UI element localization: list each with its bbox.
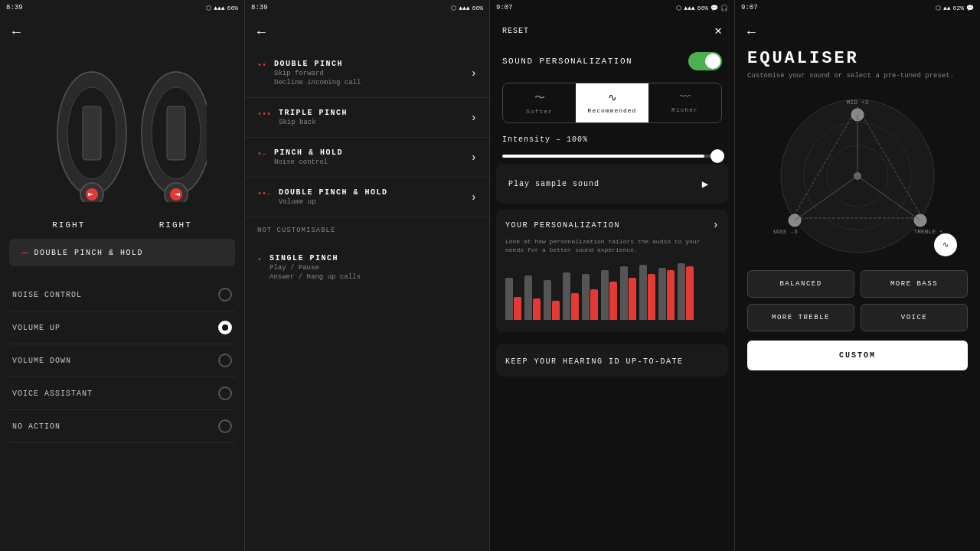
earbuds-image-p1 — [0, 49, 244, 217]
bar-red-5 — [590, 289, 598, 320]
slider-thumb[interactable] — [710, 149, 724, 163]
option-volume-up[interactable]: VOLUME UP — [9, 311, 235, 344]
gesture-double-pinch-hold[interactable]: ••– DOUBLE PINCH & HOLD Volume up › — [245, 178, 489, 217]
bar-gray-5 — [582, 274, 590, 320]
panel-gesture-options: 8:39 ⬡ ▲▲▲ 66% ← — [0, 0, 245, 551]
option-label-vol-down: VOLUME DOWN — [12, 357, 71, 365]
sound-personalization-row: SOUND PERSONALIZATION — [490, 46, 734, 77]
bar-gray-8 — [639, 265, 647, 320]
bars-chart — [505, 262, 719, 323]
svg-text:TREBLE +3: TREBLE +3 — [913, 228, 942, 235]
status-bar-p2: 8:39 ⬡ ▲▲▲ 66% — [245, 0, 489, 15]
reset-button[interactable]: RESET — [502, 27, 529, 35]
gesture-single-pinch: • SINGLE PINCH Play / Pause Answer / Han… — [245, 243, 489, 292]
radio-voice[interactable] — [218, 386, 232, 400]
gesture-name-dph: DOUBLE PINCH & HOLD — [279, 188, 388, 197]
option-label-noise: NOISE CONTROL — [12, 291, 82, 299]
keep-hearing-card: KEEP YOUR HEARING ID UP-TO-DATE — [496, 344, 728, 377]
gesture-name-triple: TRIPLE PINCH — [279, 109, 348, 117]
bar-group-6 — [601, 270, 617, 320]
option-no-action[interactable]: NO ACTION — [9, 410, 235, 443]
gesture-double-pinch[interactable]: •• DOUBLE PINCH Skip forward Decline inc… — [245, 49, 489, 98]
status-icons-p3: ⬡ ▲▲▲ 66% 💬 🎧 — [676, 5, 728, 11]
gesture-left-pinch-hold: •– PINCH & HOLD Noise control — [257, 148, 343, 166]
sound-toggle[interactable] — [688, 52, 722, 70]
bar-gray-10 — [678, 263, 685, 320]
close-button[interactable]: ✕ — [714, 23, 722, 38]
tab-softer-label: Softer — [526, 108, 553, 115]
tab-recommended[interactable]: ∿ Recommended — [576, 83, 648, 122]
option-voice-assistant[interactable]: VOICE ASSISTANT — [9, 377, 235, 410]
status-icons-p1: ⬡ ▲▲▲ 66% — [206, 5, 238, 11]
panel-sound-personalization: 9:07 ⬡ ▲▲▲ 66% 💬 🎧 RESET ✕ SOUND PERSONA… — [490, 0, 735, 551]
option-noise-control[interactable]: NOISE CONTROL — [9, 279, 235, 311]
bar-group-1 — [505, 278, 521, 320]
gesture-action-pinch-hold: Noise control — [274, 158, 343, 166]
panel2-header: ← — [245, 15, 489, 49]
right-label-2: RIGHT — [159, 217, 192, 233]
bar-group-7 — [620, 266, 636, 320]
play-sample-label: Play sample sound — [508, 180, 599, 188]
gesture-action-double-2: Decline incoming call — [274, 79, 361, 86]
status-bar-p3: 9:07 ⬡ ▲▲▲ 66% 💬 🎧 — [490, 0, 734, 15]
bar-red-4 — [571, 293, 579, 320]
gesture-info-triple: TRIPLE PINCH Skip back — [279, 109, 348, 126]
gesture-pinch-hold[interactable]: •– PINCH & HOLD Noise control › — [245, 138, 489, 178]
tab-richer-label: Richer — [671, 106, 698, 113]
personalization-card[interactable]: YOUR PERSONALIZATION › Look at how perso… — [496, 210, 728, 332]
triple-pinch-dots: ••• — [257, 110, 271, 119]
chevron-triple: › — [471, 112, 477, 124]
single-pinch-dot: • — [257, 256, 262, 264]
eq-preset-buttons: BALANCED MORE BASS MORE TREBLE VOICE — [735, 264, 980, 337]
bar-group-3 — [544, 280, 560, 320]
option-label-voice: VOICE ASSISTANT — [12, 390, 93, 398]
gesture-action-single-2: Answer / Hang up calls — [270, 273, 361, 281]
preset-custom[interactable]: CUSTOM — [747, 341, 968, 370]
preset-more-bass[interactable]: MORE BASS — [861, 270, 968, 298]
richer-wave-icon: 〰 — [680, 91, 691, 103]
play-button[interactable]: ▶ — [694, 173, 716, 194]
radio-volume-up[interactable] — [218, 321, 232, 334]
gesture-name-pinch-hold: PINCH & HOLD — [274, 148, 343, 157]
tab-richer[interactable]: 〰 Richer — [648, 83, 721, 122]
bluetooth-icon: ⬡ — [206, 5, 211, 11]
gesture-triple-pinch[interactable]: ••• TRIPLE PINCH Skip back › — [245, 98, 489, 138]
intensity-label: Intensity – 100% — [502, 135, 722, 144]
preset-balanced[interactable]: BALANCED — [747, 270, 854, 298]
radio-noise[interactable] — [218, 288, 232, 302]
slider-fill — [502, 155, 704, 158]
gesture-action-single-1: Play / Pause — [270, 264, 361, 272]
gesture-name-double: DOUBLE PINCH — [274, 60, 361, 68]
personalization-desc: Look at how personalization tailors the … — [505, 237, 719, 254]
back-button-p4[interactable]: ← — [747, 24, 756, 40]
back-button-p2[interactable]: ← — [257, 24, 266, 40]
tab-recommended-label: Recommended — [588, 107, 637, 114]
personalization-chevron: › — [713, 219, 719, 231]
bar-red-6 — [609, 282, 617, 320]
time-p3: 9:07 — [496, 4, 513, 11]
time-p4: 9:07 — [741, 4, 758, 11]
preset-voice[interactable]: VOICE — [861, 304, 968, 331]
panel3-header: RESET ✕ — [490, 15, 734, 46]
bar-red-10 — [686, 266, 694, 320]
not-customisable-label: NOT CUSTOMISABLE — [245, 217, 489, 243]
gesture-info-single: SINGLE PINCH Play / Pause Answer / Hang … — [270, 254, 361, 281]
tab-softer[interactable]: 〜 Softer — [503, 83, 576, 122]
eq-circle-container: MID +3 BASS -3 TREBLE +3 ∿ — [735, 88, 980, 264]
preset-more-treble[interactable]: MORE TREBLE — [747, 304, 854, 331]
intensity-slider[interactable] — [490, 155, 734, 158]
gesture-action-triple: Skip back — [279, 119, 348, 126]
bar-red-8 — [648, 274, 655, 320]
battery-p2: 66% — [472, 5, 483, 11]
option-volume-down[interactable]: VOLUME DOWN — [9, 344, 235, 377]
gesture-left-double: •• DOUBLE PINCH Skip forward Decline inc… — [257, 60, 361, 86]
play-sample-row[interactable]: Play sample sound ▶ — [496, 164, 728, 204]
back-button-p1[interactable]: ← — [0, 15, 244, 49]
radio-no-action[interactable] — [218, 419, 232, 433]
radio-volume-down[interactable] — [218, 354, 232, 367]
bar-red-3 — [552, 301, 560, 320]
gesture-info-pinch-hold: PINCH & HOLD Noise control — [274, 148, 343, 166]
softer-wave-icon: 〜 — [534, 91, 545, 105]
gesture-info-dph: DOUBLE PINCH & HOLD Volume up — [279, 188, 388, 206]
red-dash-icon: — — [21, 246, 28, 259]
